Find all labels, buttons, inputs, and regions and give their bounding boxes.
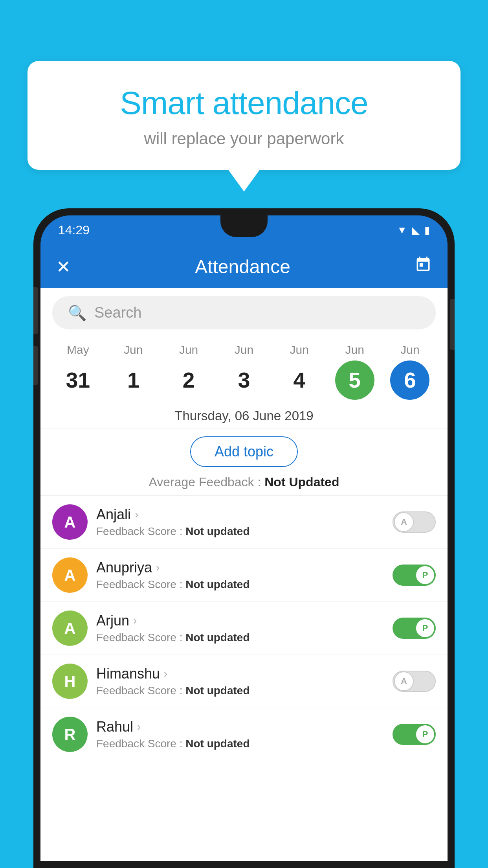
feedback-score: Feedback Score : Not updated bbox=[96, 525, 384, 538]
calendar-day-6[interactable]: Jun6 bbox=[386, 343, 433, 400]
student-name: Anupriya › bbox=[96, 559, 384, 576]
calendar-day-5[interactable]: Jun5 bbox=[331, 343, 378, 400]
toggle-knob: P bbox=[415, 725, 435, 744]
toggle-knob: P bbox=[415, 618, 435, 638]
notch bbox=[220, 215, 268, 237]
cal-date: 1 bbox=[114, 360, 153, 400]
volume-down-button bbox=[33, 346, 38, 385]
search-input[interactable]: 🔍 Search bbox=[52, 296, 436, 329]
feedback-score: Feedback Score : Not updated bbox=[96, 684, 384, 697]
attendance-toggle[interactable]: P bbox=[393, 618, 436, 639]
avatar: R bbox=[52, 717, 88, 752]
student-info: Anjali ›Feedback Score : Not updated bbox=[96, 506, 384, 538]
avg-feedback-value: Not Updated bbox=[264, 475, 339, 489]
calendar-day-2[interactable]: Jun2 bbox=[165, 343, 212, 400]
signal-icon: ◣ bbox=[412, 224, 420, 236]
calendar-day-4[interactable]: Jun4 bbox=[276, 343, 323, 400]
speech-bubble: Smart attendance will replace your paper… bbox=[28, 61, 460, 170]
student-info: Rahul ›Feedback Score : Not updated bbox=[96, 719, 384, 750]
student-item[interactable]: RRahul ›Feedback Score : Not updatedP bbox=[40, 708, 448, 761]
chevron-icon: › bbox=[164, 668, 167, 680]
attendance-toggle[interactable]: P bbox=[393, 565, 436, 586]
cal-date: 6 bbox=[390, 360, 429, 400]
volume-up-button bbox=[33, 287, 38, 334]
status-time: 14:29 bbox=[58, 223, 90, 237]
student-name: Arjun › bbox=[96, 612, 384, 629]
avatar: A bbox=[52, 611, 88, 646]
chevron-icon: › bbox=[156, 561, 160, 574]
student-info: Anupriya ›Feedback Score : Not updated bbox=[96, 559, 384, 591]
speech-bubble-tail bbox=[228, 170, 260, 191]
student-info: Arjun ›Feedback Score : Not updated bbox=[96, 612, 384, 644]
calendar-strip: May31Jun1Jun2Jun3Jun4Jun5Jun6 bbox=[40, 337, 448, 400]
attendance-toggle[interactable]: A bbox=[393, 671, 436, 692]
avatar: H bbox=[52, 664, 88, 699]
app-bar: ✕ Attendance bbox=[40, 245, 448, 288]
cal-month: Jun bbox=[124, 343, 143, 357]
phone-frame: 14:29 ▼ ◣ ▮ ✕ Attendance 🔍 Sea bbox=[33, 208, 455, 868]
power-button bbox=[450, 299, 455, 350]
student-name: Himanshu › bbox=[96, 666, 384, 682]
feedback-score: Feedback Score : Not updated bbox=[96, 737, 384, 750]
cal-date: 31 bbox=[58, 360, 97, 400]
attendance-toggle[interactable]: P bbox=[393, 724, 436, 745]
calendar-day-1[interactable]: Jun1 bbox=[110, 343, 157, 400]
cal-month: Jun bbox=[179, 343, 198, 357]
cal-month: Jun bbox=[290, 343, 309, 357]
cal-month: Jun bbox=[235, 343, 253, 357]
add-topic-section: Add topic bbox=[40, 428, 448, 475]
avatar: A bbox=[52, 557, 88, 593]
cal-date: 5 bbox=[335, 360, 374, 400]
cal-month: Jun bbox=[400, 343, 419, 357]
battery-icon: ▮ bbox=[424, 224, 430, 236]
student-item[interactable]: AAnjali ›Feedback Score : Not updatedA bbox=[40, 496, 448, 549]
feedback-score: Feedback Score : Not updated bbox=[96, 631, 384, 644]
chevron-icon: › bbox=[137, 721, 141, 733]
student-item[interactable]: HHimanshu ›Feedback Score : Not updatedA bbox=[40, 655, 448, 708]
toggle-knob: A bbox=[394, 512, 414, 532]
student-list: AAnjali ›Feedback Score : Not updatedAAA… bbox=[40, 495, 448, 761]
search-bar: 🔍 Search bbox=[40, 288, 448, 337]
student-name: Rahul › bbox=[96, 719, 384, 735]
student-item[interactable]: AArjun ›Feedback Score : Not updatedP bbox=[40, 602, 448, 655]
app-content: 🔍 Search May31Jun1Jun2Jun3Jun4Jun5Jun6 T… bbox=[40, 288, 448, 861]
cal-date: 3 bbox=[224, 360, 264, 400]
calendar-day-3[interactable]: Jun3 bbox=[220, 343, 268, 400]
app-bar-title: Attendance bbox=[195, 256, 290, 278]
student-info: Himanshu ›Feedback Score : Not updated bbox=[96, 666, 384, 697]
status-icons: ▼ ◣ ▮ bbox=[397, 224, 430, 236]
avatar: A bbox=[52, 504, 88, 540]
cal-date: 2 bbox=[169, 360, 208, 400]
cal-month: Jun bbox=[345, 343, 364, 357]
hero-subtitle: will replace your paperwork bbox=[59, 129, 429, 148]
wifi-icon: ▼ bbox=[397, 224, 407, 236]
feedback-score: Feedback Score : Not updated bbox=[96, 578, 384, 591]
calendar-icon[interactable] bbox=[415, 256, 432, 277]
search-icon: 🔍 bbox=[68, 304, 86, 322]
phone-screen: 14:29 ▼ ◣ ▮ ✕ Attendance 🔍 Sea bbox=[40, 215, 448, 861]
cal-date: 4 bbox=[280, 360, 319, 400]
search-placeholder: Search bbox=[94, 304, 141, 321]
toggle-knob: P bbox=[415, 565, 435, 585]
chevron-icon: › bbox=[133, 614, 137, 627]
calendar-day-31[interactable]: May31 bbox=[54, 343, 101, 400]
toggle-knob: A bbox=[394, 671, 414, 691]
selected-date-label: Thursday, 06 June 2019 bbox=[40, 400, 448, 428]
close-button[interactable]: ✕ bbox=[56, 257, 71, 277]
hero-title: Smart attendance bbox=[59, 85, 429, 121]
avg-feedback-label: Average Feedback : bbox=[149, 475, 265, 489]
avg-feedback: Average Feedback : Not Updated bbox=[40, 475, 448, 495]
student-name: Anjali › bbox=[96, 506, 384, 523]
add-topic-button[interactable]: Add topic bbox=[190, 436, 298, 467]
hero-section: Smart attendance will replace your paper… bbox=[28, 61, 460, 191]
student-item[interactable]: AAnupriya ›Feedback Score : Not updatedP bbox=[40, 549, 448, 602]
status-bar: 14:29 ▼ ◣ ▮ bbox=[40, 215, 448, 245]
cal-month: May bbox=[67, 343, 89, 357]
attendance-toggle[interactable]: A bbox=[393, 511, 436, 533]
chevron-icon: › bbox=[135, 508, 138, 521]
